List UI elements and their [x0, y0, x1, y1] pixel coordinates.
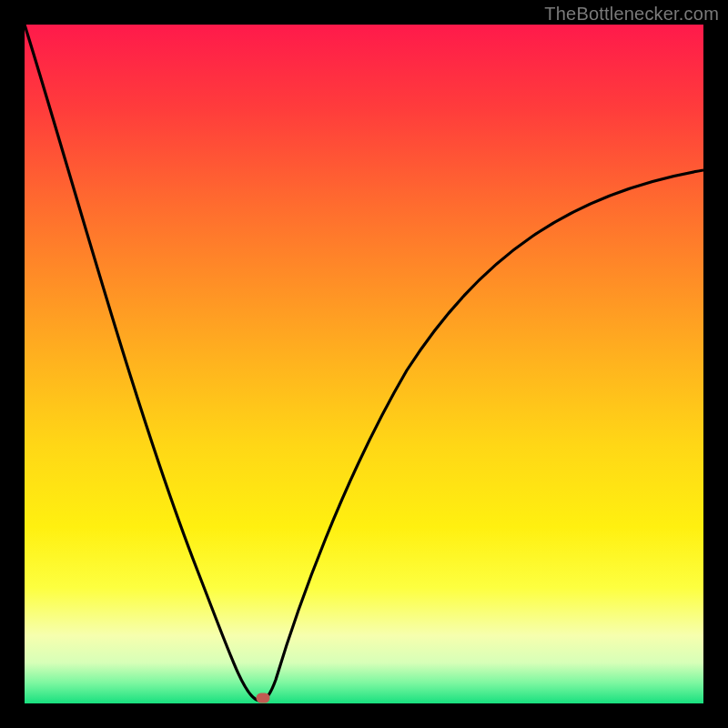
chart-frame: TheBottlenecker.com — [0, 0, 728, 728]
optimal-point-marker — [257, 693, 270, 703]
watermark-text: TheBottlenecker.com — [544, 4, 719, 25]
curve-path — [25, 25, 703, 701]
plot-area — [25, 25, 703, 703]
bottleneck-curve — [25, 25, 703, 703]
